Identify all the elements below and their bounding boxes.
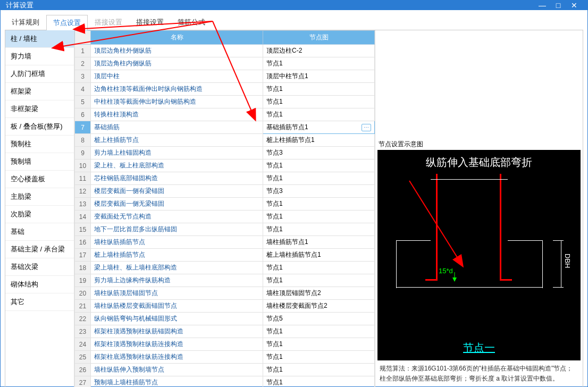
name-cell[interactable]: 墙柱纵筋伸入预制墙节点 [91, 364, 263, 376]
tab-stirrup-formula[interactable]: 箍筋公式 [171, 14, 212, 30]
node-cell[interactable]: 节点1 [263, 57, 375, 70]
node-cell[interactable]: 节点1 [263, 262, 375, 274]
name-cell[interactable]: 预制墙上墙柱插筋节点 [91, 376, 263, 388]
name-cell[interactable]: 顶层边角柱内侧纵筋 [91, 57, 263, 70]
name-cell[interactable]: 桩上柱插筋节点 [91, 134, 263, 147]
node-cell[interactable]: 节点3 [263, 147, 375, 159]
table-row[interactable]: 16墙柱纵筋插筋节点墙柱插筋节点1 [75, 236, 375, 249]
name-cell[interactable]: 变截面处无节点构造 [91, 211, 263, 223]
table-row[interactable]: 19剪力墙上边缘构件纵筋构造节点1 [75, 274, 375, 287]
node-cell[interactable]: 节点1 [263, 108, 375, 121]
node-cell[interactable]: 节点1 [263, 83, 375, 96]
node-cell[interactable]: 节点1 [263, 159, 375, 172]
tab-calc-rules[interactable]: 计算规则 [5, 14, 46, 30]
node-cell[interactable]: 节点1 [263, 351, 375, 364]
node-cell[interactable]: 节点1 [263, 338, 375, 351]
table-row[interactable]: 12楼层变截面一侧有梁锚固节点3 [75, 185, 375, 198]
node-cell[interactable]: 节点1 [263, 198, 375, 211]
table-row[interactable]: 5中柱柱顶等截面伸出时纵向钢筋构造节点1 [75, 96, 375, 108]
table-row[interactable]: 22纵向钢筋弯钩与机械锚固形式节点5 [75, 313, 375, 325]
name-cell[interactable]: 楼层变截面一侧有梁锚固 [91, 185, 263, 198]
node-cell[interactable]: 墙柱顶层锚固节点2 [263, 287, 375, 300]
node-cell[interactable]: 墙柱插筋节点1 [263, 236, 375, 249]
sidebar-item[interactable]: 基础 [5, 223, 74, 241]
table-row[interactable]: 13楼层变截面一侧无梁锚固节点1 [75, 198, 375, 211]
table-row[interactable]: 25框架柱底遇预制柱纵筋连接构造节点1 [75, 351, 375, 364]
sidebar-item[interactable]: 人防门框墙 [5, 65, 74, 83]
more-button[interactable]: ⋯ [362, 124, 371, 131]
node-cell[interactable]: 墙柱楼层变截面节点2 [263, 300, 375, 313]
name-cell[interactable]: 框架柱顶遇预制柱纵筋连接构造 [91, 338, 263, 351]
name-cell[interactable]: 顶层中柱 [91, 70, 263, 83]
node-cell[interactable]: 节点1 [263, 325, 375, 338]
node-cell[interactable]: 节点1 [263, 376, 375, 388]
name-cell[interactable]: 边角柱柱顶等截面伸出时纵向钢筋构造 [91, 83, 263, 96]
node-cell[interactable]: 节点3 [263, 185, 375, 198]
tab-lap-settings[interactable]: 搭接设置 [88, 14, 129, 30]
name-cell[interactable]: 纵向钢筋弯钩与机械锚固形式 [91, 313, 263, 325]
table-row[interactable]: 11芯柱钢筋底部锚固构造节点1 [75, 172, 375, 185]
name-cell[interactable]: 楼层变截面一侧无梁锚固 [91, 198, 263, 211]
node-cell[interactable]: 节点1 [263, 223, 375, 236]
name-cell[interactable]: 转换柱柱顶构造 [91, 108, 263, 121]
table-row[interactable]: 10梁上柱、板上柱底部构造节点1 [75, 159, 375, 172]
table-row[interactable]: 26墙柱纵筋伸入预制墙节点节点1 [75, 364, 375, 376]
sidebar-item[interactable]: 预制墙 [5, 153, 74, 171]
table-row[interactable]: 6转换柱柱顶构造节点1 [75, 108, 375, 121]
node-cell[interactable]: 基础插筋节点1⋯ [263, 121, 375, 134]
sidebar-item[interactable]: 柱 / 墙柱 [5, 30, 74, 48]
minimize-button[interactable]: — [534, 1, 550, 10]
sidebar-item[interactable]: 基础主梁 / 承台梁 [5, 241, 74, 258]
close-button[interactable]: ✕ [566, 1, 582, 10]
name-cell[interactable]: 墙柱纵筋楼层变截面锚固节点 [91, 300, 263, 313]
sidebar-item[interactable]: 框架梁 [5, 83, 74, 100]
table-row[interactable]: 21墙柱纵筋楼层变截面锚固节点墙柱楼层变截面节点2 [75, 300, 375, 313]
table-row[interactable]: 3顶层中柱顶层中柱节点1 [75, 70, 375, 83]
table-row[interactable]: 7基础插筋基础插筋节点1⋯ [75, 121, 375, 134]
sidebar-item[interactable]: 基础次梁 [5, 258, 74, 276]
sidebar-item[interactable]: 空心楼盖板 [5, 171, 74, 188]
sidebar-item[interactable]: 剪力墙 [5, 48, 74, 65]
name-cell[interactable]: 框架柱底遇预制柱纵筋连接构造 [91, 351, 263, 364]
name-cell[interactable]: 桩上墙柱插筋节点 [91, 249, 263, 262]
table-row[interactable]: 2顶层边角柱内侧纵筋节点1 [75, 57, 375, 70]
node-cell[interactable]: 节点1 [263, 172, 375, 185]
table-row[interactable]: 17桩上墙柱插筋节点桩上墙柱插筋节点1 [75, 249, 375, 262]
sidebar-item[interactable]: 次肋梁 [5, 206, 74, 223]
node-cell[interactable]: 节点1 [263, 274, 375, 287]
node-cell[interactable]: 桩上柱插筋节点1 [263, 134, 375, 147]
table-row[interactable]: 20墙柱纵筋顶层锚固节点墙柱顶层锚固节点2 [75, 287, 375, 300]
table-row[interactable]: 4边角柱柱顶等截面伸出时纵向钢筋构造节点1 [75, 83, 375, 96]
table-row[interactable]: 24框架柱顶遇预制柱纵筋连接构造节点1 [75, 338, 375, 351]
sidebar-item[interactable]: 非框架梁 [5, 100, 74, 118]
name-cell[interactable]: 剪力墙上边缘构件纵筋构造 [91, 274, 263, 287]
node-cell[interactable]: 顶层中柱节点1 [263, 70, 375, 83]
sidebar-item[interactable]: 其它 [5, 293, 74, 311]
name-cell[interactable]: 墙柱纵筋顶层锚固节点 [91, 287, 263, 300]
table-row[interactable]: 18梁上墙柱、板上墙柱底部构造节点1 [75, 262, 375, 274]
table-row[interactable]: 27预制墙上墙柱插筋节点节点1 [75, 376, 375, 388]
node-cell[interactable]: 节点1 [263, 211, 375, 223]
tab-node-settings[interactable]: 节点设置 [46, 15, 88, 30]
node-cell[interactable]: 节点1 [263, 364, 375, 376]
node-cell[interactable]: 桩上墙柱插筋节点1 [263, 249, 375, 262]
table-row[interactable]: 15地下一层比首层多出纵筋锚固节点1 [75, 223, 375, 236]
table-row[interactable]: 14变截面处无节点构造节点1 [75, 211, 375, 223]
table-row[interactable]: 23框架柱顶遇预制柱纵筋锚固构造节点1 [75, 325, 375, 338]
node-cell[interactable]: 节点1 [263, 96, 375, 108]
name-cell[interactable]: 梁上墙柱、板上墙柱底部构造 [91, 262, 263, 274]
name-cell[interactable]: 梁上柱、板上柱底部构造 [91, 159, 263, 172]
name-cell[interactable]: 地下一层比首层多出纵筋锚固 [91, 223, 263, 236]
tab-lap-settings-2[interactable]: 搭接设置 [129, 14, 171, 30]
name-cell[interactable]: 顶层边角柱外侧纵筋 [91, 45, 263, 57]
name-cell[interactable]: 基础插筋 [91, 121, 263, 134]
sidebar-item[interactable]: 主肋梁 [5, 188, 74, 206]
node-cell[interactable]: 节点5 [263, 313, 375, 325]
name-cell[interactable]: 墙柱纵筋插筋节点 [91, 236, 263, 249]
table-row[interactable]: 8桩上柱插筋节点桩上柱插筋节点1 [75, 134, 375, 147]
name-cell[interactable]: 框架柱顶遇预制柱纵筋锚固构造 [91, 325, 263, 338]
table-row[interactable]: 1顶层边角柱外侧纵筋顶层边柱C-2 [75, 45, 375, 57]
name-cell[interactable]: 剪力墙上柱锚固构造 [91, 147, 263, 159]
node-cell[interactable]: 顶层边柱C-2 [263, 45, 375, 57]
name-cell[interactable]: 芯柱钢筋底部锚固构造 [91, 172, 263, 185]
